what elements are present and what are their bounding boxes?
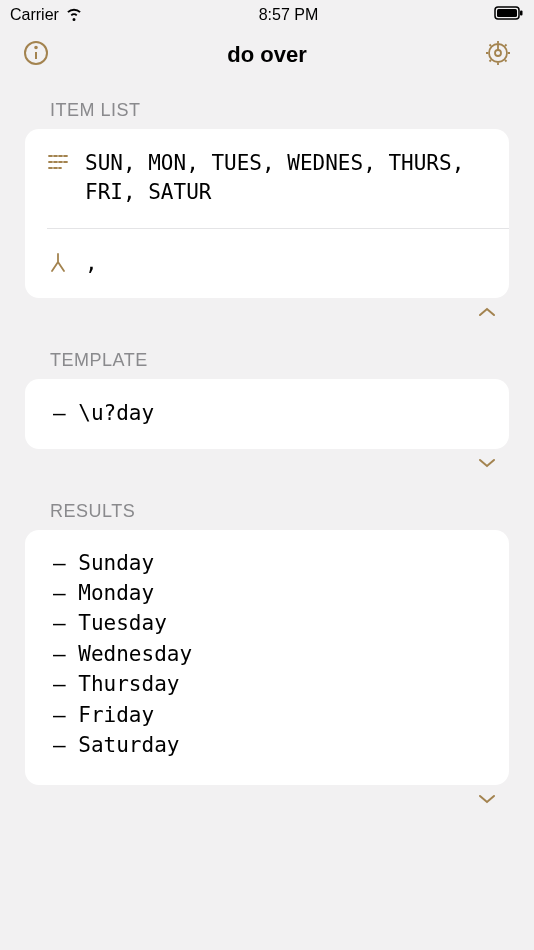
svg-line-15 (490, 60, 492, 62)
gear-icon[interactable] (484, 39, 512, 71)
result-item: – Monday (53, 578, 481, 608)
nav-bar: do over (0, 30, 534, 80)
template-chevron[interactable] (0, 449, 534, 469)
wifi-icon (65, 4, 83, 26)
items-text: SUN, MON, TUES, WEDNES, THURS, FRI, SATU… (85, 149, 487, 208)
clock: 8:57 PM (259, 6, 319, 24)
result-item: – Thursday (53, 669, 481, 699)
svg-point-5 (35, 47, 37, 49)
result-item: – Sunday (53, 548, 481, 578)
svg-line-13 (490, 45, 492, 47)
section-header-item-list: ITEM LIST (0, 80, 534, 129)
section-header-template: TEMPLATE (0, 318, 534, 379)
delimiter-row[interactable]: , (47, 228, 509, 298)
svg-point-7 (495, 50, 501, 56)
svg-line-14 (505, 60, 507, 62)
result-item: – Wednesday (53, 639, 481, 669)
split-icon (47, 249, 69, 277)
carrier-label: Carrier (10, 6, 59, 24)
item-list-card: SUN, MON, TUES, WEDNES, THURS, FRI, SATU… (25, 129, 509, 298)
status-bar: Carrier 8:57 PM (0, 0, 534, 30)
section-header-results: RESULTS (0, 469, 534, 530)
template-card: – \u?day (25, 379, 509, 448)
delimiter-text: , (85, 249, 98, 278)
results-list: – Sunday – Monday – Tuesday – Wednesday … (25, 530, 509, 785)
svg-line-16 (505, 45, 507, 47)
result-item: – Friday (53, 700, 481, 730)
svg-rect-2 (520, 11, 523, 16)
item-list-chevron[interactable] (0, 298, 534, 318)
items-row[interactable]: SUN, MON, TUES, WEDNES, THURS, FRI, SATU… (25, 129, 509, 228)
battery-icon (494, 6, 524, 24)
result-item: – Saturday (53, 730, 481, 760)
info-icon[interactable] (22, 39, 50, 71)
template-text: – \u?day (47, 399, 154, 428)
result-item: – Tuesday (53, 608, 481, 638)
page-title: do over (227, 42, 306, 68)
results-chevron[interactable] (0, 785, 534, 805)
list-icon (47, 149, 69, 177)
template-row[interactable]: – \u?day (25, 379, 509, 448)
svg-rect-1 (497, 9, 517, 17)
results-card: – Sunday – Monday – Tuesday – Wednesday … (25, 530, 509, 785)
